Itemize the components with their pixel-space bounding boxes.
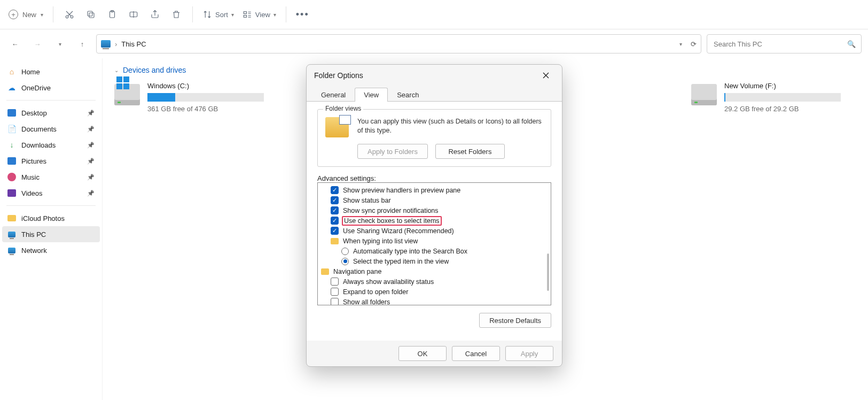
drive-usage-bar xyxy=(724,93,841,102)
sidebar-label: Music xyxy=(21,173,40,181)
folder-views-group: Folder views You can apply this view (su… xyxy=(317,109,551,167)
recent-button[interactable]: ▾ xyxy=(51,35,68,52)
cut-button[interactable] xyxy=(60,5,79,24)
up-button[interactable]: ↑ xyxy=(74,35,91,52)
nav-row: ← → ▾ ↑ › This PC ▾ ⟳ 🔍 xyxy=(0,29,868,58)
home-icon: ⌂ xyxy=(7,67,16,76)
share-button[interactable] xyxy=(145,5,165,24)
new-label: New xyxy=(22,11,36,19)
checkbox-icon[interactable]: ✓ xyxy=(331,217,339,225)
apply-to-folders-button[interactable]: Apply to Folders xyxy=(357,144,428,159)
adv-nav-group: Navigation pane xyxy=(321,266,548,276)
separator xyxy=(6,100,96,101)
adv-typing-select[interactable]: Select the typed item in the view xyxy=(321,256,548,266)
view-button[interactable]: View ▾ xyxy=(239,5,279,24)
adv-nav-avail[interactable]: Always show availability status xyxy=(321,276,548,287)
separator xyxy=(286,6,286,22)
dialog-body: Folder views You can apply this view (su… xyxy=(307,101,562,341)
separator xyxy=(6,205,96,206)
sidebar-label: Downloads xyxy=(21,141,56,149)
tab-general[interactable]: General xyxy=(312,88,355,102)
radio-icon[interactable] xyxy=(341,248,349,255)
svg-rect-7 xyxy=(244,12,246,14)
sidebar-label: Desktop xyxy=(21,109,47,117)
delete-button[interactable] xyxy=(167,5,186,24)
more-button[interactable]: ••• xyxy=(293,5,312,24)
reset-folders-button[interactable]: Reset Folders xyxy=(435,144,505,159)
apply-button[interactable]: Apply xyxy=(505,346,553,361)
checkbox-icon[interactable] xyxy=(331,288,339,296)
folder-view-icon xyxy=(325,117,349,137)
adv-checkboxes[interactable]: ✓Use check boxes to select items xyxy=(321,216,548,226)
adv-status[interactable]: ✓Show status bar xyxy=(321,195,548,205)
search-icon[interactable]: 🔍 xyxy=(847,40,856,48)
restore-defaults-button[interactable]: Restore Defaults xyxy=(479,313,551,328)
advanced-settings-label: Advanced settings: xyxy=(317,174,551,182)
sidebar-item-desktop[interactable]: Desktop xyxy=(2,105,100,121)
group-label: Devices and drives xyxy=(123,66,186,74)
sort-button[interactable]: Sort ▾ xyxy=(199,5,237,24)
close-button[interactable] xyxy=(537,67,554,84)
checkbox-icon[interactable]: ✓ xyxy=(331,196,339,204)
sidebar-item-pictures[interactable]: Pictures xyxy=(2,153,100,169)
adv-nav-all[interactable]: Show all folders xyxy=(321,297,548,305)
drive-icon xyxy=(114,84,140,105)
pc-icon xyxy=(8,232,15,237)
adv-preview[interactable]: ✓Show preview handlers in preview pane xyxy=(321,185,548,195)
adv-sync[interactable]: ✓Show sync provider notifications xyxy=(321,205,548,216)
sidebar-item-downloads[interactable]: ↓ Downloads xyxy=(2,137,100,153)
tab-view[interactable]: View xyxy=(355,88,388,102)
checkbox-icon[interactable] xyxy=(331,278,339,286)
separator xyxy=(192,6,193,22)
breadcrumb-separator: › xyxy=(115,40,117,48)
search-box[interactable]: 🔍 xyxy=(707,34,862,53)
adv-typing-search[interactable]: Automatically type into the Search Box xyxy=(321,246,548,256)
drive-item[interactable]: Windows (C:) 361 GB free of 476 GB xyxy=(114,82,264,113)
drive-free: 29.2 GB free of 29.2 GB xyxy=(724,105,841,113)
dialog-tabs: General View Search xyxy=(307,86,562,101)
checkbox-icon[interactable]: ✓ xyxy=(331,227,339,235)
dialog-footer: OK Cancel Apply xyxy=(307,341,562,366)
back-button[interactable]: ← xyxy=(6,35,24,52)
sidebar-item-thispc[interactable]: This PC xyxy=(2,226,100,242)
chevron-down-icon: ▾ xyxy=(273,12,276,18)
folder-icon xyxy=(331,238,339,244)
forward-button[interactable]: → xyxy=(29,35,46,52)
sidebar-item-network[interactable]: Network xyxy=(2,242,100,258)
highlighted-option: Use check boxes to select items xyxy=(342,216,442,226)
refresh-button[interactable]: ⟳ xyxy=(691,40,697,48)
adv-nav-expand[interactable]: Expand to open folder xyxy=(321,287,548,297)
paste-button[interactable] xyxy=(103,5,122,24)
new-button[interactable]: + New ▾ xyxy=(5,5,46,24)
sidebar-label: Home xyxy=(21,68,40,76)
search-input[interactable] xyxy=(713,40,843,49)
breadcrumb-root[interactable]: This PC xyxy=(121,40,146,48)
sidebar-item-icloud[interactable]: iCloud Photos xyxy=(2,210,100,226)
checkbox-icon[interactable] xyxy=(331,298,339,305)
address-bar[interactable]: › This PC ▾ ⟳ xyxy=(96,34,701,53)
tab-search[interactable]: Search xyxy=(388,88,428,102)
scrollbar[interactable] xyxy=(547,253,549,291)
address-history-button[interactable]: ▾ xyxy=(679,41,682,47)
folder-icon xyxy=(321,268,329,275)
adv-sharing[interactable]: ✓Use Sharing Wizard (Recommended) xyxy=(321,226,548,236)
rename-button[interactable] xyxy=(124,5,143,24)
ok-button[interactable]: OK xyxy=(398,346,447,361)
drive-item[interactable]: New Volume (F:) 29.2 GB free of 29.2 GB xyxy=(691,82,841,113)
drive-name: New Volume (F:) xyxy=(724,82,841,90)
checkbox-icon[interactable]: ✓ xyxy=(331,206,339,214)
close-icon xyxy=(542,72,550,79)
sidebar-item-onedrive[interactable]: ☁ OneDrive xyxy=(2,80,100,96)
sidebar-item-music[interactable]: Music xyxy=(2,169,100,185)
desktop-icon xyxy=(7,109,16,117)
sidebar-item-documents[interactable]: 📄 Documents xyxy=(2,121,100,137)
copy-button[interactable] xyxy=(81,5,100,24)
svg-rect-2 xyxy=(89,13,94,18)
sort-label: Sort xyxy=(215,11,228,19)
radio-icon[interactable] xyxy=(341,258,349,265)
cancel-button[interactable]: Cancel xyxy=(452,346,500,361)
sidebar-item-home[interactable]: ⌂ Home xyxy=(2,64,100,80)
sidebar-item-videos[interactable]: Videos xyxy=(2,185,100,201)
checkbox-icon[interactable]: ✓ xyxy=(331,186,339,194)
advanced-settings-list[interactable]: ✓Show preview handlers in preview pane ✓… xyxy=(317,182,551,305)
